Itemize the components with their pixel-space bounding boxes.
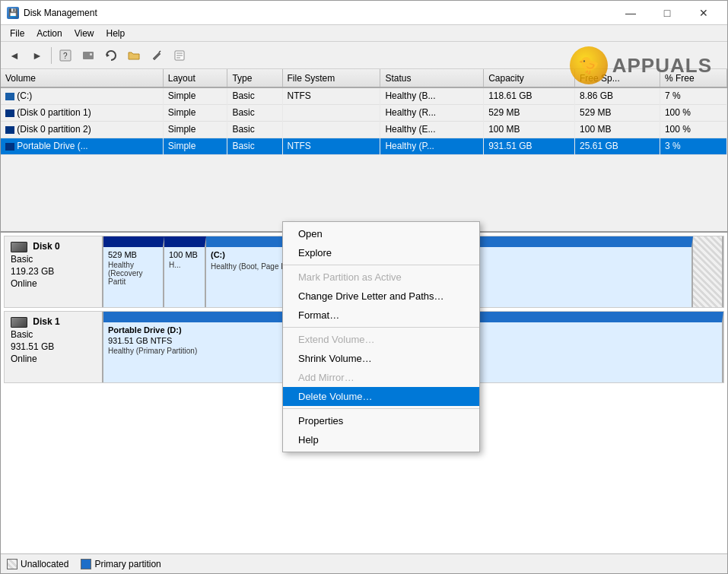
- disk-1-type: Basic: [11, 329, 96, 340]
- disk-0-info: Disk 0 Basic 119.23 GB Online: [5, 236, 103, 307]
- cell-layout: Simple: [163, 87, 227, 104]
- disk-0-status: Online: [11, 278, 96, 289]
- legend-primary: Primary partition: [81, 559, 161, 569]
- window-controls: — □ ✕: [613, 1, 721, 25]
- toolbar-refresh-button[interactable]: [100, 45, 122, 66]
- toolbar-help-button[interactable]: ?: [55, 45, 76, 66]
- context-menu-item[interactable]: Delete Volume…: [283, 387, 479, 406]
- legend-unallocated-label: Unallocated: [21, 559, 68, 569]
- context-menu-item[interactable]: Format…: [283, 306, 479, 325]
- toolbar-disk-button[interactable]: [78, 45, 99, 66]
- cell-fs: [282, 104, 380, 121]
- table-row[interactable]: Portable Drive (...SimpleBasicNTFSHealth…: [1, 138, 727, 154]
- app-icon: 💾: [7, 7, 19, 19]
- disk-1-name: Disk 1: [11, 316, 96, 328]
- disk-0-type: Basic: [11, 254, 96, 265]
- disk-0-icon: [11, 242, 27, 252]
- cell-fs: [282, 121, 380, 138]
- table-row[interactable]: (Disk 0 partition 2)SimpleBasicHealthy (…: [1, 121, 727, 138]
- context-menu-item[interactable]: Explore: [283, 243, 479, 262]
- cell-volume: (Disk 0 partition 2): [1, 121, 163, 138]
- cell-free: 25.61 GB: [575, 138, 660, 154]
- svg-rect-3: [90, 53, 92, 55]
- volume-table-body: (C:)SimpleBasicNTFSHealthy (B...118.61 G…: [1, 87, 727, 154]
- legend-unallocated-box: [7, 559, 17, 569]
- close-button[interactable]: ✕: [686, 1, 721, 25]
- col-header-type[interactable]: Type: [227, 69, 282, 87]
- context-menu-item[interactable]: Change Drive Letter and Paths…: [283, 287, 479, 306]
- context-menu-item[interactable]: Shrink Volume…: [283, 349, 479, 368]
- p1-size: 529 MB: [108, 250, 158, 259]
- cell-type: Basic: [227, 104, 282, 121]
- svg-text:?: ?: [63, 52, 68, 60]
- cell-volume: Portable Drive (...: [1, 138, 163, 154]
- menu-view[interactable]: View: [68, 27, 100, 40]
- col-header-capacity[interactable]: Capacity: [484, 69, 575, 87]
- status-bar: Unallocated Primary partition: [1, 553, 727, 573]
- cell-fs: NTFS: [282, 87, 380, 104]
- cell-status: Healthy (B...: [380, 87, 484, 104]
- volume-table-container: Volume Layout Type File System Status Ca…: [1, 69, 727, 233]
- disk-1-icon: [11, 317, 27, 328]
- cell-status: Healthy (E...: [380, 121, 484, 138]
- cell-volume: (C:): [1, 87, 163, 104]
- cell-capacity: 529 MB: [484, 104, 575, 121]
- cell-capacity: 931.51 GB: [484, 138, 575, 154]
- maximize-button[interactable]: □: [650, 1, 685, 25]
- cell-free: 100 MB: [575, 121, 660, 138]
- col-header-status[interactable]: Status: [380, 69, 484, 87]
- context-menu-item[interactable]: Properties: [283, 411, 479, 430]
- disk-0-unallocated: [693, 236, 723, 307]
- menu-bar: File Action View Help: [1, 25, 727, 42]
- col-header-layout[interactable]: Layout: [163, 69, 227, 87]
- cell-type: Basic: [227, 87, 282, 104]
- cell-free: 8.86 GB: [575, 87, 660, 104]
- context-menu-separator: [283, 327, 479, 328]
- minimize-button[interactable]: —: [613, 1, 648, 25]
- cell-pctfree: 3 %: [660, 138, 726, 154]
- disk-0-size: 119.23 GB: [11, 266, 96, 277]
- disk-0-partition-1[interactable]: 529 MB Healthy (Recovery Partit: [103, 236, 164, 307]
- disk-0-partition-2[interactable]: 100 MB H...: [164, 236, 206, 307]
- legend-primary-label: Primary partition: [94, 559, 161, 569]
- context-menu-item: Extend Volume…: [283, 330, 479, 349]
- table-row[interactable]: (C:)SimpleBasicNTFSHealthy (B...118.61 G…: [1, 87, 727, 104]
- cell-layout: Simple: [163, 104, 227, 121]
- cell-type: Basic: [227, 121, 282, 138]
- window-title: Disk Management: [24, 8, 613, 18]
- cell-pctfree: 100 %: [660, 121, 726, 138]
- disk-1-status: Online: [11, 354, 96, 364]
- context-menu-item[interactable]: Help: [283, 430, 479, 449]
- cell-capacity: 118.61 GB: [484, 87, 575, 104]
- p1-status: Healthy (Recovery Partit: [108, 261, 158, 286]
- title-bar: 💾 Disk Management — □ ✕: [1, 1, 727, 25]
- context-menu-item: Add Mirror…: [283, 368, 479, 387]
- context-menu-item[interactable]: Open: [283, 224, 479, 243]
- cell-pctfree: 7 %: [660, 87, 726, 104]
- menu-help[interactable]: Help: [100, 27, 132, 40]
- appuals-logo: 🐤 APPUALS: [570, 46, 712, 84]
- cell-pctfree: 100 %: [660, 104, 726, 121]
- appuals-brand: APPUALS: [612, 54, 712, 78]
- disk-management-window: 💾 Disk Management — □ ✕ File Action View…: [0, 0, 728, 574]
- back-button[interactable]: ◄: [4, 45, 25, 66]
- svg-marker-4: [106, 53, 110, 57]
- svg-line-5: [159, 51, 161, 52]
- legend-unallocated: Unallocated: [7, 559, 68, 569]
- p2-size: 100 MB: [169, 250, 200, 259]
- cell-status: Healthy (R...: [380, 104, 484, 121]
- toolbar-folder-button[interactable]: [123, 45, 145, 66]
- menu-action[interactable]: Action: [30, 27, 68, 40]
- forward-button[interactable]: ►: [27, 45, 48, 66]
- legend-primary-box: [81, 559, 91, 569]
- toolbar-edit-button[interactable]: [146, 45, 167, 66]
- menu-file[interactable]: File: [4, 27, 30, 40]
- context-menu: OpenExploreMark Partition as ActiveChang…: [282, 221, 480, 452]
- col-header-filesystem[interactable]: File System: [282, 69, 380, 87]
- toolbar-properties-button[interactable]: [169, 45, 190, 66]
- toolbar-sep-1: [51, 47, 52, 64]
- disk-0-name: Disk 0: [11, 241, 96, 252]
- svg-rect-2: [83, 52, 94, 59]
- col-header-volume[interactable]: Volume: [1, 69, 163, 87]
- table-row[interactable]: (Disk 0 partition 1)SimpleBasicHealthy (…: [1, 104, 727, 121]
